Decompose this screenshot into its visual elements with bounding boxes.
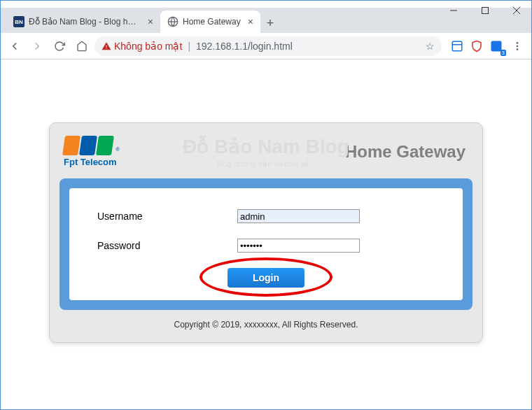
address-separator: | (188, 41, 190, 52)
menu-button[interactable] (507, 36, 527, 56)
page-content: ® Fpt Telecom Đỗ Bảo Nam Blog Blog hướng… (1, 59, 531, 410)
login-button[interactable]: Login (227, 268, 304, 288)
extension-badge-icon[interactable]: 3 (488, 38, 505, 55)
password-input[interactable] (237, 239, 360, 253)
address-bar[interactable]: Không bảo mật | 192.168.1.1/login.html ☆ (94, 36, 442, 56)
browser-tab[interactable]: BN Đỗ Bảo Nam Blog - Blog hướng d × (6, 10, 160, 33)
browser-toolbar: Không bảo mật | 192.168.1.1/login.html ☆… (1, 33, 531, 59)
close-tab-icon[interactable]: × (148, 16, 153, 27)
extensions-area: 3 (449, 38, 505, 55)
logo-subtitle: Fpt Telecom (64, 157, 117, 167)
svg-point-11 (517, 48, 519, 50)
login-form: Username Password Login (69, 188, 463, 300)
window-controls (438, 0, 532, 21)
fpt-logo: ® Fpt Telecom (64, 136, 120, 167)
maximize-button[interactable] (469, 0, 500, 21)
logo-block-icon (79, 136, 97, 155)
close-window-button[interactable] (500, 0, 532, 21)
forward-button[interactable] (27, 36, 47, 56)
minimize-button[interactable] (438, 0, 469, 21)
panel-header: ® Fpt Telecom Đỗ Bảo Nam Blog Blog hướng… (59, 133, 472, 178)
watermark: Đỗ Bảo Nam Blog Blog hướng dẫn và chia s… (183, 135, 349, 169)
extension-icon[interactable] (449, 38, 465, 55)
logo-block-icon (62, 136, 80, 155)
warning-icon (102, 41, 111, 51)
bookmark-star-icon[interactable]: ☆ (426, 41, 435, 52)
tab-title: Đỗ Bảo Nam Blog - Blog hướng d (29, 17, 141, 27)
login-panel: ® Fpt Telecom Đỗ Bảo Nam Blog Blog hướng… (49, 122, 483, 343)
shield-icon[interactable] (468, 38, 485, 55)
back-button[interactable] (5, 36, 24, 56)
reload-button[interactable] (50, 36, 69, 56)
login-box: Username Password Login (59, 178, 472, 310)
favicon-icon: BN (13, 16, 24, 27)
insecure-label: Không bảo mật (114, 41, 182, 52)
close-tab-icon[interactable]: × (248, 16, 253, 27)
page-title: Home Gateway (345, 142, 465, 162)
footer-copyright: Copyright © 2019, xxxxxxxx, All Rights R… (59, 310, 472, 332)
new-tab-button[interactable]: + (260, 13, 280, 33)
svg-rect-6 (452, 41, 462, 51)
password-label: Password (97, 240, 237, 251)
browser-tab[interactable]: Home Gateway × (160, 10, 260, 33)
svg-rect-1 (482, 8, 488, 14)
tab-title: Home Gateway (183, 17, 241, 27)
svg-rect-8 (491, 41, 502, 51)
registered-icon: ® (115, 146, 120, 153)
logo-block-icon (96, 136, 114, 155)
svg-point-9 (517, 42, 519, 44)
address-url: 192.168.1.1/login.html (196, 41, 293, 52)
home-button[interactable] (72, 36, 92, 56)
watermark-text: Đỗ Bảo Nam (183, 136, 300, 157)
watermark-sub: Blog hướng dẫn và chia sẻ... (183, 160, 349, 169)
username-input[interactable] (237, 209, 360, 223)
login-button-row: Login (97, 268, 435, 288)
svg-point-10 (517, 45, 519, 47)
username-label: Username (97, 211, 237, 222)
insecure-warning[interactable]: Không bảo mật (102, 41, 182, 52)
globe-icon (167, 16, 178, 27)
watermark-bold: Blog (306, 136, 349, 157)
password-row: Password (97, 239, 435, 253)
username-row: Username (97, 209, 435, 223)
